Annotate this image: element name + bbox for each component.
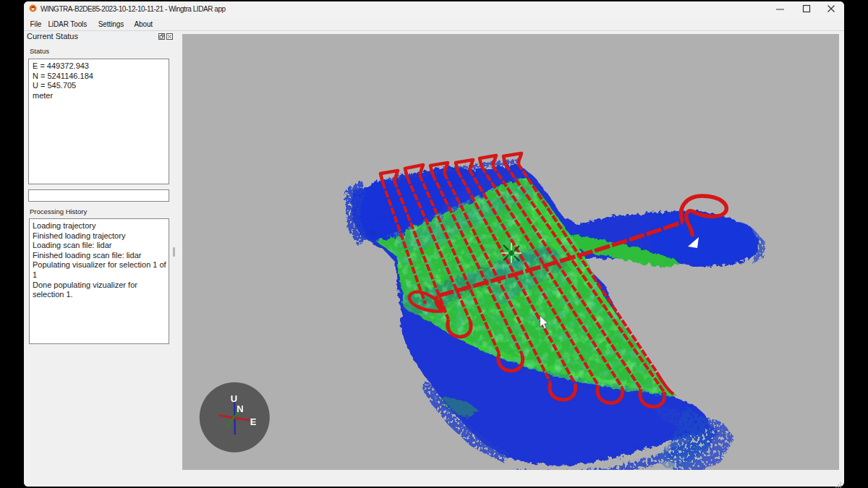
svg-text:U: U: [231, 393, 237, 404]
svg-text:E: E: [250, 416, 257, 427]
svg-text:N: N: [237, 403, 243, 414]
